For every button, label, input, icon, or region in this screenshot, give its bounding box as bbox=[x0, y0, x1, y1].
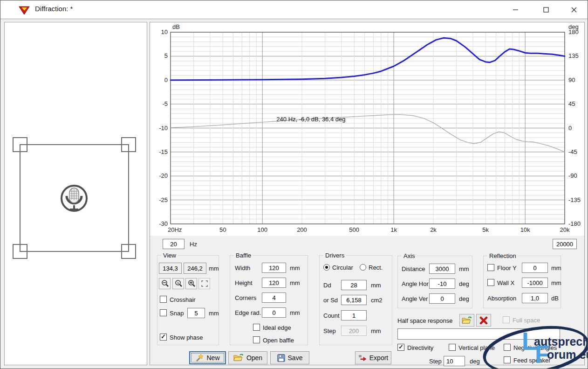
distance-input[interactable] bbox=[429, 264, 455, 274]
show-phase-checkbox[interactable] bbox=[160, 334, 167, 341]
new-button[interactable]: New bbox=[189, 351, 226, 364]
rect-label: Rect. bbox=[369, 264, 383, 271]
snap-input[interactable] bbox=[187, 308, 205, 318]
angle-ver-label: Angle Ver bbox=[402, 295, 428, 302]
ideal-edge-checkbox[interactable] bbox=[253, 324, 260, 331]
freq-min-input[interactable] bbox=[163, 239, 185, 249]
sd-unit: cm2 bbox=[371, 297, 383, 304]
zoom-in-icon bbox=[187, 279, 196, 288]
angle-hor-input[interactable] bbox=[429, 278, 455, 289]
zoom-out-button[interactable] bbox=[159, 278, 171, 289]
diffraction-app-window: { "window": { "title": "Diffraction: *" … bbox=[0, 0, 588, 369]
svg-text:5k: 5k bbox=[482, 226, 489, 233]
circular-radio[interactable] bbox=[323, 264, 330, 271]
rect-radio[interactable] bbox=[360, 264, 366, 271]
feed-speaker-label: Feed speaker bbox=[513, 357, 551, 364]
reflection-group-label: Reflection bbox=[487, 252, 518, 259]
save-button-label: Save bbox=[288, 354, 303, 362]
open-folder-icon bbox=[462, 316, 472, 325]
baffle-editor-panel[interactable] bbox=[4, 22, 147, 365]
export-button[interactable]: Export bbox=[355, 351, 391, 364]
minimize-icon bbox=[513, 7, 519, 13]
view-x-readout: 134,3 bbox=[159, 263, 182, 274]
floor-input[interactable] bbox=[522, 263, 548, 273]
snap-checkbox[interactable] bbox=[160, 309, 167, 316]
angle-ver-input[interactable] bbox=[429, 293, 455, 304]
freq-max-input[interactable] bbox=[553, 239, 577, 249]
show-phase-label: Show phase bbox=[170, 334, 203, 341]
wall-checkbox[interactable] bbox=[487, 279, 494, 286]
svg-text:-30: -30 bbox=[159, 220, 168, 227]
wall-input[interactable] bbox=[522, 278, 548, 288]
open-folder-icon bbox=[233, 354, 244, 362]
svg-text:5: 5 bbox=[164, 52, 168, 59]
delete-x-icon bbox=[479, 316, 488, 325]
microphone-icon[interactable] bbox=[62, 186, 87, 211]
svg-text:-180: -180 bbox=[568, 220, 581, 227]
directivity-step-unit: deg bbox=[470, 358, 480, 365]
freq-min-unit: Hz bbox=[190, 241, 197, 248]
chart-area: 1050-5-10-15-20-25-3018013590450-45-90-1… bbox=[150, 22, 584, 236]
vertical-plane-checkbox[interactable] bbox=[449, 344, 456, 351]
baffle-height-input[interactable] bbox=[262, 278, 286, 288]
sd-input[interactable] bbox=[341, 295, 367, 305]
distance-unit: mm bbox=[459, 265, 469, 272]
crosshair-checkbox[interactable] bbox=[160, 296, 167, 303]
open-baffle-checkbox[interactable] bbox=[253, 336, 260, 343]
zoom-reset-button[interactable]: 1 bbox=[172, 278, 184, 289]
directivity-step-input[interactable] bbox=[444, 356, 465, 366]
half-space-open-button[interactable] bbox=[459, 314, 474, 327]
svg-text:2k: 2k bbox=[430, 226, 437, 233]
svg-text:-20: -20 bbox=[159, 172, 168, 179]
count-input[interactable] bbox=[341, 310, 367, 320]
half-space-clear-button[interactable] bbox=[476, 314, 491, 327]
view-unit: mm bbox=[209, 265, 219, 272]
floor-unit: mm bbox=[551, 265, 561, 272]
save-button[interactable]: Save bbox=[270, 351, 309, 364]
full-space-checkbox[interactable] bbox=[503, 316, 510, 323]
gem-icon bbox=[18, 5, 30, 15]
zoom-in-button[interactable] bbox=[185, 278, 197, 289]
half-space-path-input[interactable] bbox=[397, 328, 560, 340]
svg-text:10: 10 bbox=[161, 28, 168, 35]
driver-step-unit: mm bbox=[371, 327, 381, 334]
directivity-checkbox[interactable] bbox=[397, 344, 404, 351]
baffle-width-input[interactable] bbox=[262, 263, 286, 273]
baffle-edge-rad-input[interactable] bbox=[262, 307, 286, 318]
absorption-input[interactable] bbox=[522, 293, 548, 303]
baffle-height-unit: mm bbox=[290, 279, 300, 286]
svg-text:deg: deg bbox=[568, 23, 579, 30]
absorption-unit: dB bbox=[551, 295, 559, 302]
open-button[interactable]: Open bbox=[228, 351, 267, 364]
svg-text:45: 45 bbox=[568, 100, 575, 107]
axis-group-label: Axis bbox=[402, 252, 417, 259]
baffle-height-label: Height bbox=[235, 279, 253, 286]
response-chart[interactable]: 1050-5-10-15-20-25-3018013590450-45-90-1… bbox=[150, 22, 584, 236]
directivity-step-label: Step bbox=[429, 358, 442, 365]
distance-label: Distance bbox=[402, 265, 425, 272]
baffle-corners-input[interactable] bbox=[262, 292, 286, 303]
dd-input[interactable] bbox=[341, 280, 367, 290]
view-group-label: View bbox=[161, 252, 178, 259]
minimize-button[interactable] bbox=[505, 0, 526, 19]
svg-text:100: 100 bbox=[257, 226, 267, 233]
fit-view-button[interactable] bbox=[198, 278, 210, 289]
svg-text:dB: dB bbox=[172, 23, 180, 30]
ideal-edge-label: Ideal edge bbox=[263, 324, 291, 331]
wall-unit: mm bbox=[551, 279, 561, 286]
maximize-button[interactable] bbox=[535, 0, 557, 19]
negative-angles-checkbox[interactable] bbox=[504, 344, 511, 351]
svg-text:-5: -5 bbox=[162, 100, 168, 107]
dd-label: Dd bbox=[323, 282, 331, 289]
titlebar: Diffraction: * bbox=[0, 0, 588, 19]
floor-checkbox[interactable] bbox=[487, 264, 494, 271]
close-button[interactable] bbox=[563, 0, 585, 19]
feed-speaker-checkbox[interactable] bbox=[504, 356, 511, 363]
close-icon bbox=[571, 7, 577, 13]
crosshair-label: Crosshair bbox=[170, 296, 196, 303]
export-arrow-icon bbox=[358, 355, 367, 361]
driver-step-input[interactable] bbox=[341, 326, 367, 336]
angle-hor-label: Angle Hor bbox=[402, 280, 429, 287]
angle-hor-unit: deg bbox=[459, 280, 469, 287]
directivity-label: Directivity bbox=[407, 344, 433, 351]
